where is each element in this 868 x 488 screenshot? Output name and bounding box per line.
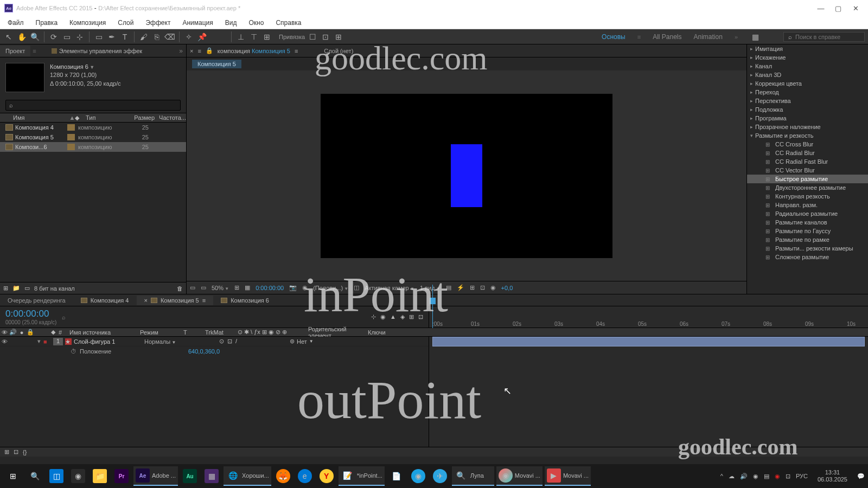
- tray-icon[interactable]: ▤: [764, 473, 769, 480]
- audition-icon[interactable]: Au: [180, 466, 200, 486]
- view-axis-icon[interactable]: ⊞: [261, 31, 272, 42]
- edge-icon[interactable]: e: [295, 466, 315, 486]
- fx-item[interactable]: Размыти... резкости камеры: [747, 244, 868, 253]
- rotate-tool-icon[interactable]: ⟳: [48, 31, 59, 42]
- text-tool-icon[interactable]: T: [119, 31, 130, 42]
- workspace-animation[interactable]: Animation: [694, 33, 723, 41]
- pickwhip-icon[interactable]: ⊚: [290, 338, 295, 345]
- flowchart-icon[interactable]: ⊡: [480, 284, 485, 291]
- panel-overflow-icon[interactable]: »: [179, 47, 183, 55]
- pan-behind-tool-icon[interactable]: ⊹: [74, 31, 85, 42]
- timeline-tab[interactable]: Композиция 6: [213, 296, 277, 305]
- eraser-tool-icon[interactable]: ⌫: [164, 31, 175, 42]
- zoom-tool-icon[interactable]: 🔍: [29, 31, 40, 42]
- project-search[interactable]: ⌕: [5, 100, 181, 111]
- language-indicator[interactable]: РУС: [796, 473, 808, 479]
- property-row[interactable]: ⏱ Положение 640,0,360,0: [0, 346, 429, 356]
- snap-opt2-icon[interactable]: ⊞: [333, 31, 344, 42]
- viewer-close-icon[interactable]: ×: [190, 48, 193, 54]
- tray-expand-icon[interactable]: ^: [720, 473, 723, 479]
- fx-item[interactable]: Направл. разм.: [747, 201, 868, 209]
- fx-category[interactable]: Подложка: [747, 105, 868, 114]
- blend-mode-dropdown[interactable]: Нормалы: [144, 338, 187, 345]
- color-depth[interactable]: 8 бит на канал: [34, 285, 75, 292]
- fx-item[interactable]: CC Radial Blur: [747, 149, 868, 157]
- menu-effect[interactable]: Эффект: [143, 18, 173, 28]
- fx-category[interactable]: Коррекция цвета: [747, 79, 868, 88]
- composition-canvas[interactable]: [321, 94, 612, 258]
- fx-item[interactable]: CC Radial Fast Blur: [747, 157, 868, 166]
- fx-item[interactable]: CC Cross Blur: [747, 140, 868, 149]
- magnification-icon[interactable]: ▭: [201, 284, 206, 291]
- tl-switch-icon[interactable]: ⊡: [418, 313, 423, 320]
- timeline-search-icon[interactable]: ⌕: [62, 314, 66, 320]
- project-items-list[interactable]: Композиция 4 композицию 25 Композиция 5 …: [0, 123, 186, 282]
- switch-icon[interactable]: ⊙: [219, 338, 224, 345]
- viewer-options-icon[interactable]: ≡: [197, 48, 201, 54]
- fx-category[interactable]: Канал 3D: [747, 70, 868, 79]
- layer-none-label[interactable]: Слой (нет): [324, 48, 353, 54]
- menu-view[interactable]: Вид: [223, 18, 239, 28]
- menu-window[interactable]: Окно: [246, 18, 266, 28]
- timeline-current-time[interactable]: 0:00:00:00: [5, 309, 56, 319]
- toggle-switches-icon[interactable]: {}: [23, 449, 27, 455]
- fx-category[interactable]: Программа: [747, 114, 868, 123]
- viewer-comp-link[interactable]: Композиция 5: [252, 48, 290, 54]
- clone-tool-icon[interactable]: ⎘: [151, 31, 162, 42]
- timeline-icon[interactable]: ⊞: [470, 284, 475, 291]
- rect-tool-icon[interactable]: ▭: [93, 31, 104, 42]
- always-preview-icon[interactable]: ▭: [190, 284, 195, 291]
- camera-dropdown[interactable]: Активная камер: [365, 285, 414, 291]
- workspace-more-icon[interactable]: »: [735, 34, 738, 40]
- premiere-icon[interactable]: Pr: [112, 466, 131, 486]
- layer-visibility-icon[interactable]: 👁: [0, 338, 9, 345]
- roto-tool-icon[interactable]: ✧: [183, 31, 194, 42]
- tl-switch-icon[interactable]: ⊞: [409, 313, 414, 320]
- pixel-aspect-icon[interactable]: ▤: [446, 284, 451, 291]
- resolution-icon[interactable]: ⊞: [234, 284, 239, 291]
- toggle-switches-icon[interactable]: ⊞: [4, 448, 9, 455]
- world-axis-icon[interactable]: ⊤: [248, 31, 259, 42]
- search-button[interactable]: 🔍: [25, 466, 44, 486]
- puppet-tool-icon[interactable]: 📌: [196, 31, 207, 42]
- menu-composition[interactable]: Композиция: [67, 18, 108, 28]
- effect-controls-tab[interactable]: Элементы управления эффек: [46, 46, 148, 56]
- tray-volume-icon[interactable]: 🔊: [740, 473, 748, 480]
- comp-name-label[interactable]: Композиция 6: [50, 63, 121, 71]
- breadcrumb-item[interactable]: Композиция 5: [192, 60, 241, 68]
- magnifier-taskbar[interactable]: 🔍Лупа: [452, 466, 494, 486]
- roi-icon[interactable]: ◫: [354, 284, 359, 291]
- snap-opt1-icon[interactable]: ⊡: [320, 31, 331, 42]
- fx-item[interactable]: Двухстороннее размытие: [747, 183, 868, 192]
- channel-icon[interactable]: ◉: [302, 284, 308, 291]
- help-search[interactable]: ⌕: [783, 32, 865, 42]
- viewer-menu-icon[interactable]: ≡: [295, 48, 298, 54]
- tl-switch-icon[interactable]: ◈: [400, 313, 405, 320]
- workspace-all-panels[interactable]: All Panels: [653, 33, 681, 41]
- taskview-button[interactable]: ◫: [47, 466, 66, 486]
- trash-icon[interactable]: 🗑: [177, 285, 183, 292]
- label-column-icon[interactable]: ◆: [75, 114, 86, 121]
- movavi-taskbar-2[interactable]: ▶Movavi ...: [545, 466, 591, 486]
- fx-item[interactable]: Радиальное размытие: [747, 209, 868, 218]
- property-value[interactable]: 640,0,360,0: [188, 348, 220, 355]
- tab-menu-icon[interactable]: ≡: [33, 48, 36, 54]
- fx-item[interactable]: Размытие по Гауссу: [747, 227, 868, 235]
- menu-animation[interactable]: Анимация: [180, 18, 215, 28]
- start-button[interactable]: ⊞: [3, 466, 23, 486]
- movavi-taskbar[interactable]: ◉Movavi ...: [496, 466, 542, 486]
- tl-switch-icon[interactable]: ◉: [380, 313, 386, 320]
- timeline-tracks[interactable]: [429, 337, 868, 447]
- timeline-ruler[interactable]: :00s 01s 02s 03s 04s 05s 06s 07s 08s 09s…: [429, 306, 868, 328]
- zoom-dropdown[interactable]: 50%: [212, 285, 229, 291]
- close-button[interactable]: ✕: [852, 4, 859, 12]
- switch-icon[interactable]: /: [235, 338, 237, 345]
- workspace-essentials[interactable]: Основы: [602, 33, 626, 41]
- resolution-dropdown[interactable]: (Полови...): [313, 285, 348, 291]
- new-folder-icon[interactable]: 📁: [12, 285, 20, 292]
- fx-item[interactable]: CC Vector Blur: [747, 166, 868, 175]
- composition-viewer[interactable]: [187, 70, 746, 281]
- help-search-input[interactable]: [795, 34, 860, 40]
- fast-preview-icon[interactable]: ⚡: [457, 284, 464, 291]
- menu-file[interactable]: Файл: [5, 18, 26, 28]
